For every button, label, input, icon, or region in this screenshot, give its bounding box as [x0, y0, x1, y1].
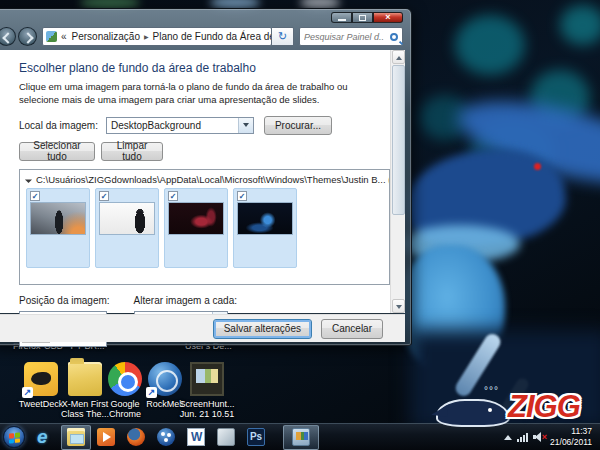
- chevron-down-icon[interactable]: [238, 118, 253, 133]
- watermark-text: ZIGG: [508, 389, 580, 425]
- wallpaper-thumbnail-2[interactable]: ✓: [95, 188, 159, 268]
- chevron-right-icon: ▶: [142, 33, 151, 40]
- sphere-icon: [157, 428, 175, 446]
- refresh-icon: ↻: [278, 30, 287, 42]
- close-button[interactable]: ×: [373, 12, 403, 23]
- close-icon: ×: [385, 13, 390, 22]
- search-icon: [390, 33, 398, 41]
- whale-icon: [436, 399, 510, 427]
- caption-buttons: ×: [331, 12, 403, 23]
- wallpaper-list: C:\Usuários\ZIGGdownloads\AppData\Local\…: [19, 169, 390, 285]
- search-input[interactable]: [304, 32, 384, 42]
- clock-date: 21/06/2011: [550, 437, 592, 448]
- windows-logo-icon: [9, 432, 20, 443]
- scrollbar-thumb[interactable]: [392, 65, 405, 215]
- wallpaper-thumbnail-3[interactable]: ✓: [164, 188, 228, 268]
- network-signal-icon[interactable]: [517, 433, 528, 442]
- refresh-button[interactable]: ↻: [272, 27, 294, 46]
- clear-all-button[interactable]: Limpar tudo: [101, 142, 163, 161]
- dialog-footer: Salvar alterações Cancelar: [0, 314, 405, 342]
- breadcrumb-desktop-background[interactable]: Plano de Fundo da Área de Trabalho: [151, 31, 272, 42]
- interval-label: Alterar imagem a cada:: [134, 295, 328, 306]
- wallpaper-thumbnail-4[interactable]: ✓: [233, 188, 297, 268]
- taskbar-dropbox[interactable]: [211, 425, 241, 450]
- taskbar-firefox[interactable]: [121, 425, 151, 450]
- wallpaper-red-light: [534, 163, 541, 170]
- checkbox-checked[interactable]: ✓: [99, 191, 109, 201]
- whale-eye: [488, 408, 492, 412]
- display-settings-icon: [292, 428, 310, 446]
- media-player-icon: [97, 428, 115, 446]
- wallpaper-preview-white-portrait[interactable]: [99, 202, 155, 235]
- taskbar-photoshop[interactable]: Ps: [241, 425, 271, 450]
- folder-icon: [67, 428, 85, 446]
- forward-button[interactable]: [18, 27, 37, 46]
- shortcut-arrow-icon: ↗: [146, 387, 157, 398]
- maximize-button[interactable]: [352, 12, 373, 23]
- taskbar-internet-explorer[interactable]: e: [31, 425, 61, 450]
- taskbar-control-panel-active[interactable]: [283, 425, 319, 450]
- scroll-up-button[interactable]: [392, 50, 405, 64]
- checkbox-checked[interactable]: ✓: [168, 191, 178, 201]
- breadcrumb[interactable]: « Personalização ▶ Plano de Fundo da Áre…: [42, 27, 272, 46]
- whale-tail: [431, 402, 449, 417]
- wallpaper-group-header[interactable]: C:\Usuários\ZIGGdownloads\AppData\Local\…: [24, 172, 385, 188]
- back-button[interactable]: [0, 27, 16, 46]
- expander-icon[interactable]: [25, 176, 32, 183]
- whale-spout: °°°: [484, 385, 499, 396]
- minimize-icon: [338, 19, 346, 21]
- shortcut-arrow-icon: ↗: [22, 387, 33, 398]
- muted-speaker-icon[interactable]: ×: [533, 432, 545, 442]
- location-dropdown[interactable]: DesktopBackground: [106, 117, 254, 134]
- save-changes-button[interactable]: Salvar alterações: [213, 319, 312, 339]
- page-title: Escolher plano de fundo da área de traba…: [19, 61, 384, 75]
- folder-path: C:\Usuários\ZIGGdownloads\AppData\Local\…: [36, 174, 390, 185]
- page-description: Clique em uma imagem para torná-la o pla…: [19, 81, 374, 107]
- zigg-watermark: °°° ZIGG: [432, 385, 600, 433]
- control-panel-window: × « Personalização ▶ Plano de Fundo da Á…: [0, 8, 412, 346]
- location-icon: [46, 31, 57, 42]
- box-icon: [217, 428, 235, 446]
- checkbox-checked[interactable]: ✓: [237, 191, 247, 201]
- word-icon: [187, 428, 205, 446]
- desktop-background-page: Escolher plano de fundo da área de traba…: [0, 50, 390, 313]
- scroll-down-button[interactable]: [392, 299, 405, 313]
- breadcrumb-personalization[interactable]: Personalização: [70, 31, 142, 42]
- icon-label: ScreenHunt... Jun. 21 10.51: [178, 399, 236, 420]
- wallpaper-preview-concert-red[interactable]: [168, 202, 224, 235]
- browse-button[interactable]: Procurar...: [264, 116, 332, 135]
- taskbar-word[interactable]: [181, 425, 211, 450]
- address-bar: « Personalização ▶ Plano de Fundo da Áre…: [0, 25, 409, 48]
- desktop-icon-screenhunter[interactable]: ScreenHunt... Jun. 21 10.51: [178, 362, 236, 420]
- wallpaper-preview-concert-blue[interactable]: [237, 202, 293, 235]
- breadcrumb-root[interactable]: «: [61, 31, 67, 42]
- maximize-icon: [359, 15, 366, 21]
- window-content: Escolher plano de fundo da área de traba…: [0, 50, 405, 313]
- location-label: Local da imagem:: [19, 120, 98, 131]
- position-label: Posição da imagem:: [19, 295, 110, 306]
- checkbox-checked[interactable]: ✓: [30, 191, 40, 201]
- firefox-icon: [127, 428, 145, 446]
- tray-expand-icon[interactable]: [504, 435, 512, 440]
- rockmelt-icon: ↗: [148, 362, 182, 396]
- screenshot-icon: [190, 362, 224, 396]
- taskbar-rockmelt[interactable]: [151, 425, 181, 450]
- wallpaper-thumbnail-1[interactable]: ✓: [26, 188, 90, 268]
- minimize-button[interactable]: [331, 12, 352, 23]
- location-value: DesktopBackground: [111, 120, 201, 131]
- tweetdeck-icon: ↗: [24, 362, 58, 396]
- select-all-button[interactable]: Selecionar tudo: [19, 142, 95, 161]
- taskbar-media-player[interactable]: [91, 425, 121, 450]
- internet-explorer-icon: e: [37, 428, 55, 446]
- start-button[interactable]: [3, 426, 25, 448]
- scrollbar[interactable]: [390, 50, 405, 313]
- wallpaper-preview-cloudy-figure[interactable]: [30, 202, 86, 235]
- photoshop-icon: Ps: [247, 428, 265, 446]
- taskbar-windows-explorer[interactable]: [61, 425, 91, 450]
- wallpaper-thumbnails: ✓ ✓ ✓ ✓: [24, 188, 385, 268]
- cancel-button[interactable]: Cancelar: [321, 319, 383, 339]
- mute-x-icon: ×: [542, 433, 547, 441]
- bokeh-light: [455, 15, 525, 75]
- search-box[interactable]: [299, 27, 403, 46]
- bokeh-light: [560, 5, 600, 45]
